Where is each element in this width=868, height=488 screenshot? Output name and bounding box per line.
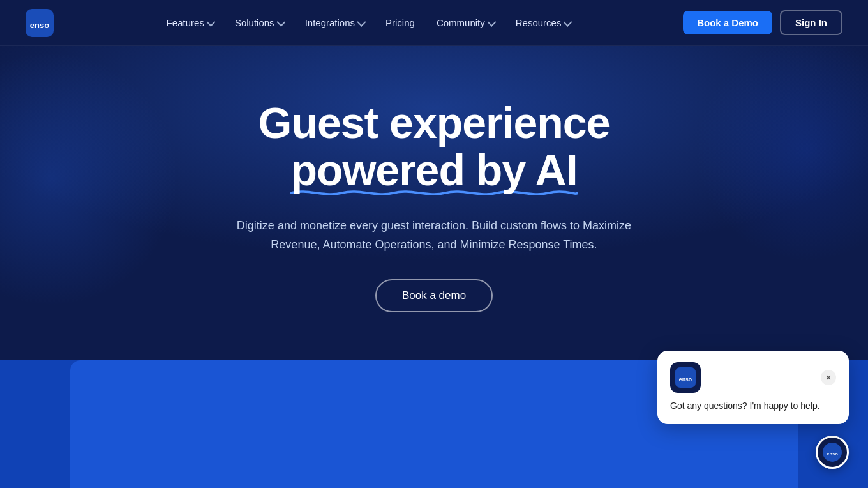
nav-link-pricing[interactable]: Pricing [377,12,424,33]
sign-in-button[interactable]: Sign In [780,10,842,35]
chevron-down-icon [276,17,285,26]
chat-logo-icon: enso [670,362,701,393]
nav-link-list: Features Solutions Integrations Pricing … [158,12,580,33]
logo-link[interactable]: enso [26,9,54,37]
hero-section: Guest experience powered by AI Digitize … [0,0,868,360]
main-nav: enso Features Solutions Integrations Pri [0,0,868,46]
hero-subtitle: Digitize and monetize every guest intera… [211,217,657,254]
logo-icon: enso [26,9,54,37]
nav-item-integrations[interactable]: Integrations [296,12,373,33]
nav-link-integrations[interactable]: Integrations [296,12,373,33]
chat-bubble: enso × Got any questions? I'm happy to h… [657,351,849,424]
hero-cta-container: Book a demo [211,279,657,312]
chat-bubble-header: enso × [670,362,836,393]
svg-text:enso: enso [30,20,49,30]
book-demo-button[interactable]: Book a Demo [683,11,772,34]
hero-line1: Guest experience [211,100,657,146]
chat-avatar-icon: enso [823,443,842,462]
nav-link-resources[interactable]: Resources [507,12,580,33]
svg-text:enso: enso [679,376,692,383]
svg-text:enso: enso [827,451,838,457]
chevron-down-icon [357,17,366,26]
chat-message-text: Got any questions? I'm happy to help. [670,399,836,413]
hero-line2: powered by AI [290,146,577,194]
hero-line2-wrap: powered by AI [290,146,577,194]
hero-content: Guest experience powered by AI Digitize … [198,75,670,332]
hero-book-demo-button[interactable]: Book a demo [375,279,493,312]
nav-item-solutions[interactable]: Solutions [226,12,292,33]
chevron-down-icon [206,17,215,26]
nav-item-resources[interactable]: Resources [507,12,580,33]
nav-actions: Book a Demo Sign In [683,10,842,35]
nav-link-features[interactable]: Features [158,12,222,33]
nav-item-features[interactable]: Features [158,12,222,33]
nav-item-community[interactable]: Community [428,12,503,33]
nav-link-solutions[interactable]: Solutions [226,12,292,33]
nav-link-community[interactable]: Community [428,12,503,33]
chevron-down-icon [564,17,572,26]
chat-avatar-button[interactable]: enso [816,436,849,469]
chat-widget: enso × Got any questions? I'm happy to h… [816,436,849,469]
nav-item-pricing[interactable]: Pricing [377,12,424,33]
chevron-down-icon [487,17,496,26]
chat-close-button[interactable]: × [821,370,836,385]
chat-enso-logo: enso [675,367,696,388]
